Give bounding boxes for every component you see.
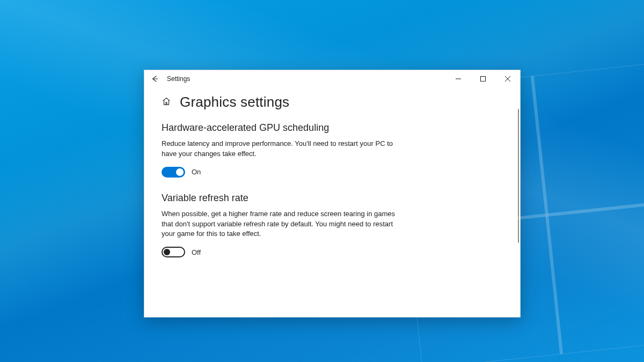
settings-content: Graphics settings Hardware-accelerated G…: [144, 87, 520, 317]
back-icon[interactable]: [151, 75, 158, 83]
toggle-knob: [164, 249, 170, 255]
window-controls: [446, 70, 520, 87]
page-header: Graphics settings: [162, 94, 503, 110]
close-button[interactable]: [495, 70, 520, 87]
toggle-knob: [176, 168, 184, 176]
settings-window: Settings: [144, 70, 521, 317]
titlebar-left: Settings: [144, 70, 446, 87]
page-title: Graphics settings: [180, 94, 289, 110]
maximize-button[interactable]: [471, 70, 495, 87]
window-title: Settings: [167, 75, 190, 83]
window-titlebar[interactable]: Settings: [144, 70, 520, 87]
gpu-scheduling-section: Hardware-accelerated GPU scheduling Redu…: [162, 122, 398, 178]
minimize-button[interactable]: [446, 70, 471, 87]
gpu-scheduling-toggle-label: On: [192, 168, 201, 176]
variable-refresh-description: When possible, get a higher frame rate a…: [162, 209, 398, 240]
gpu-scheduling-toggle[interactable]: [162, 167, 185, 178]
variable-refresh-toggle-label: Off: [192, 248, 201, 256]
variable-refresh-toggle-row: Off: [162, 247, 398, 257]
gpu-scheduling-toggle-row: On: [162, 167, 398, 178]
variable-refresh-section: Variable refresh rate When possible, get…: [162, 193, 398, 258]
desktop-background: Settings: [0, 0, 644, 362]
scrollbar-thumb[interactable]: [518, 109, 519, 243]
gpu-scheduling-description: Reduce latency and improve performance. …: [162, 139, 398, 159]
variable-refresh-toggle[interactable]: [162, 247, 185, 257]
variable-refresh-title: Variable refresh rate: [162, 193, 398, 204]
svg-rect-0: [481, 77, 486, 82]
gpu-scheduling-title: Hardware-accelerated GPU scheduling: [162, 122, 398, 134]
home-icon[interactable]: [162, 97, 171, 108]
